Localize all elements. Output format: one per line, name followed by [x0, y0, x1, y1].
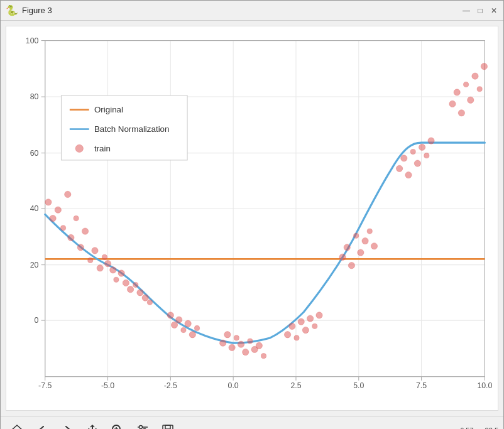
- toolbar: x=6.57, y=22.5: [1, 416, 503, 429]
- svg-text:7.5: 7.5: [416, 381, 427, 390]
- svg-rect-138: [165, 425, 170, 429]
- svg-point-55: [256, 342, 262, 349]
- chart-container: 100 80 60 40 20 0 -7.5 -5.0 -2.5 0.0 2.5…: [6, 26, 498, 411]
- svg-text:100: 100: [26, 36, 39, 45]
- svg-point-33: [118, 270, 124, 276]
- svg-point-43: [181, 327, 186, 332]
- svg-point-70: [362, 237, 368, 244]
- svg-point-41: [171, 322, 177, 328]
- svg-point-38: [142, 295, 148, 301]
- svg-point-75: [405, 171, 412, 178]
- svg-point-68: [354, 233, 359, 238]
- svg-text:-5.0: -5.0: [101, 381, 114, 390]
- svg-point-64: [316, 312, 322, 318]
- svg-marker-124: [11, 425, 23, 429]
- svg-text:-2.5: -2.5: [164, 381, 177, 390]
- zoom-icon: [111, 423, 124, 429]
- svg-point-46: [194, 325, 199, 330]
- svg-point-28: [97, 265, 103, 271]
- svg-point-122: [75, 144, 83, 152]
- svg-point-21: [65, 191, 71, 197]
- svg-point-87: [477, 87, 482, 92]
- svg-point-17: [45, 199, 52, 205]
- minimize-button[interactable]: —: [462, 6, 471, 15]
- svg-point-134: [140, 425, 143, 428]
- close-button[interactable]: ✕: [490, 6, 498, 15]
- settings-button[interactable]: [131, 419, 154, 429]
- svg-point-58: [289, 323, 295, 329]
- svg-point-24: [77, 244, 84, 251]
- svg-point-25: [82, 228, 88, 234]
- back-button[interactable]: [31, 419, 53, 429]
- svg-point-62: [307, 315, 313, 322]
- svg-point-29: [102, 254, 107, 259]
- svg-point-80: [428, 138, 434, 144]
- main-window: 🐍 Figure 3 — □ ✕: [0, 0, 504, 429]
- svg-point-52: [243, 349, 249, 355]
- svg-point-81: [449, 100, 456, 107]
- svg-point-30: [104, 260, 111, 266]
- save-button[interactable]: [156, 419, 179, 429]
- chart-svg: 100 80 60 40 20 0 -7.5 -5.0 -2.5 0.0 2.5…: [6, 26, 498, 410]
- back-icon: [35, 423, 49, 429]
- svg-point-26: [88, 258, 93, 263]
- svg-point-79: [424, 153, 429, 158]
- svg-point-59: [294, 335, 299, 340]
- svg-point-56: [261, 354, 266, 359]
- svg-text:train: train: [94, 144, 111, 153]
- window-title: Figure 3: [22, 6, 52, 15]
- forward-button[interactable]: [56, 419, 79, 429]
- svg-point-31: [110, 267, 116, 273]
- svg-point-66: [344, 244, 350, 251]
- home-icon: [10, 423, 24, 429]
- svg-point-27: [92, 247, 98, 254]
- svg-point-34: [123, 280, 129, 286]
- settings-icon: [136, 423, 150, 429]
- svg-text:0: 0: [35, 316, 39, 325]
- svg-point-53: [248, 339, 253, 344]
- svg-text:Batch Normalization: Batch Normalization: [94, 124, 170, 134]
- svg-point-83: [458, 110, 464, 116]
- svg-point-40: [167, 312, 173, 318]
- status-bar: x=6.57, y=22.5: [452, 426, 498, 429]
- svg-point-73: [396, 165, 402, 171]
- title-bar: 🐍 Figure 3 — □ ✕: [1, 1, 503, 21]
- svg-point-35: [127, 286, 133, 293]
- svg-point-42: [176, 317, 182, 323]
- title-bar-left: 🐍 Figure 3: [6, 4, 52, 16]
- svg-point-22: [68, 234, 74, 241]
- svg-text:2.5: 2.5: [290, 381, 301, 390]
- svg-point-32: [114, 277, 119, 282]
- svg-text:Original: Original: [94, 105, 123, 114]
- svg-point-50: [234, 335, 239, 340]
- svg-point-49: [229, 344, 235, 350]
- svg-point-23: [74, 215, 79, 220]
- svg-point-39: [147, 300, 152, 305]
- svg-point-76: [410, 149, 415, 154]
- zoom-button[interactable]: [106, 419, 129, 429]
- home-button[interactable]: [6, 419, 28, 429]
- svg-point-60: [298, 318, 304, 325]
- svg-point-57: [284, 332, 290, 338]
- svg-point-20: [60, 225, 65, 231]
- svg-text:60: 60: [30, 149, 39, 158]
- svg-text:-7.5: -7.5: [38, 381, 52, 390]
- svg-point-47: [220, 340, 226, 346]
- svg-point-48: [224, 332, 231, 338]
- svg-point-85: [468, 97, 474, 103]
- maximize-button[interactable]: □: [476, 6, 485, 15]
- svg-point-44: [185, 320, 191, 327]
- svg-point-74: [401, 155, 407, 161]
- svg-point-67: [348, 263, 354, 269]
- svg-text:20: 20: [30, 261, 39, 269]
- svg-text:40: 40: [30, 204, 39, 213]
- svg-text:5.0: 5.0: [353, 381, 364, 390]
- forward-icon: [60, 423, 74, 429]
- svg-text:10.0: 10.0: [477, 381, 492, 390]
- svg-point-51: [238, 341, 244, 347]
- status-text: x=6.57, y=22.5: [452, 426, 498, 429]
- svg-point-84: [463, 82, 468, 87]
- svg-point-88: [481, 63, 487, 70]
- pan-button[interactable]: [81, 419, 104, 429]
- svg-text:0.0: 0.0: [228, 381, 239, 390]
